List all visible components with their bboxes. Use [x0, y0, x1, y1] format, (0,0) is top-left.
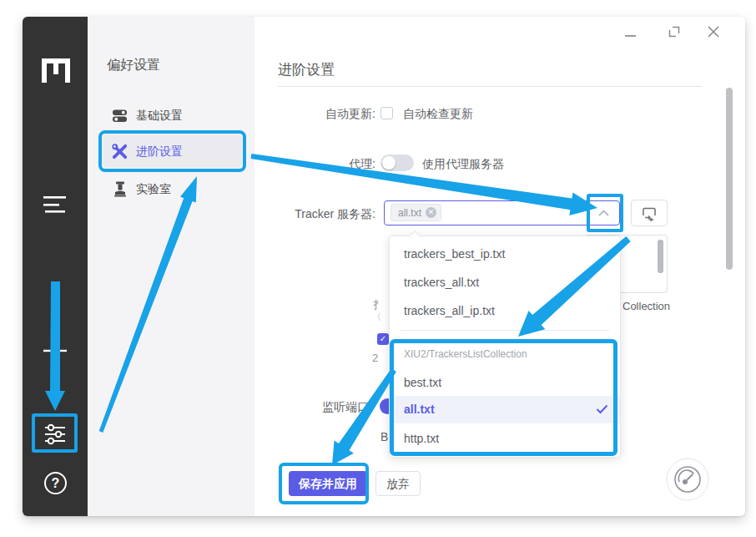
motrix-logo — [40, 57, 72, 85]
screen: ? 偏好设置 基础设置 — [0, 0, 756, 537]
tag-label: all.txt — [398, 207, 421, 219]
sync-checkbox-fragment[interactable]: ✓ — [377, 333, 389, 345]
tools-icon — [111, 143, 129, 160]
nav-item-lab[interactable]: 实验室 — [136, 182, 171, 197]
sync-trackers-icon — [641, 205, 658, 222]
add-task-icon[interactable] — [42, 337, 68, 364]
scrollbar-thumb[interactable] — [726, 88, 733, 270]
dropdown-item[interactable]: trackers_all_ip.txt — [390, 296, 622, 325]
preferences-nav: 偏好设置 基础设置 — [88, 17, 255, 516]
help-icon[interactable]: ? — [44, 472, 67, 494]
chevron-up-icon[interactable] — [597, 209, 610, 217]
minimize-icon[interactable] — [625, 35, 636, 37]
auto-update-checkbox[interactable] — [381, 107, 393, 119]
task-list-icon[interactable] — [43, 195, 68, 215]
dropdown-divider — [401, 330, 609, 331]
lab-icon — [113, 181, 128, 197]
tracker-label: Tracker 服务器: — [278, 207, 375, 222]
close-icon[interactable] — [707, 25, 720, 38]
dropdown-item[interactable]: trackers_best_ip.txt — [390, 240, 622, 268]
settings-content: 进阶设置 自动更新: 自动检查更新 代理: 使用代理服务器 Tracker 服务… — [255, 17, 745, 516]
auto-update-label: 自动更新: — [278, 107, 375, 122]
tracker-dropdown: trackers_best_ip.txt trackers_all.txt tr… — [389, 236, 621, 458]
listen-port-label: 监听端口 — [322, 400, 369, 415]
nav-item-basic-settings[interactable]: 基础设置 — [136, 109, 183, 124]
discard-button[interactable]: 放弃 — [375, 471, 421, 496]
app-window: ? 偏好设置 基础设置 — [23, 17, 745, 516]
dropdown-item[interactable]: http.txt — [390, 424, 622, 453]
collection-link-fragment[interactable]: Collection — [622, 300, 670, 312]
dropdown-item-selected[interactable]: all.txt — [390, 396, 620, 423]
check-icon — [596, 404, 608, 414]
dropdown-item[interactable]: trackers_all.txt — [390, 268, 622, 296]
sidebar: ? — [23, 17, 88, 516]
proxy-toggle-label[interactable]: 使用代理服务器 — [422, 157, 504, 172]
page-title: 进阶设置 — [278, 60, 335, 79]
speed-gauge-icon[interactable] — [665, 457, 710, 502]
toggles-icon — [112, 108, 128, 124]
tracker-select[interactable]: all.txt ✕ — [384, 200, 620, 225]
dropdown-item[interactable]: best.txt — [390, 368, 622, 397]
dropdown-group-label: XIU2/TrackersListCollection — [390, 343, 622, 365]
proxy-label: 代理: — [278, 157, 375, 172]
maximize-icon[interactable] — [668, 26, 680, 38]
toggle-knob — [382, 156, 396, 170]
title-divider — [278, 86, 702, 87]
circle-x-icon[interactable]: ✕ — [426, 207, 436, 218]
preferences-sliders-icon[interactable] — [43, 423, 68, 446]
preferences-title: 偏好设置 — [107, 57, 160, 74]
save-button[interactable]: 保存并应用 — [289, 471, 367, 496]
hint-text-fragment: 2 — [372, 352, 378, 364]
sync-trackers-button[interactable] — [631, 200, 668, 226]
textarea-scrollbar-thumb[interactable] — [658, 240, 663, 273]
text-fragment: B — [381, 430, 388, 443]
nav-item-advanced-settings[interactable]: 进阶设置 — [136, 144, 183, 160]
selected-tag: all.txt ✕ — [391, 204, 441, 221]
auto-update-checkbox-label[interactable]: 自动检查更新 — [403, 107, 473, 122]
proxy-toggle[interactable] — [381, 155, 414, 171]
hint-text-fragment: 〈 — [372, 311, 381, 323]
